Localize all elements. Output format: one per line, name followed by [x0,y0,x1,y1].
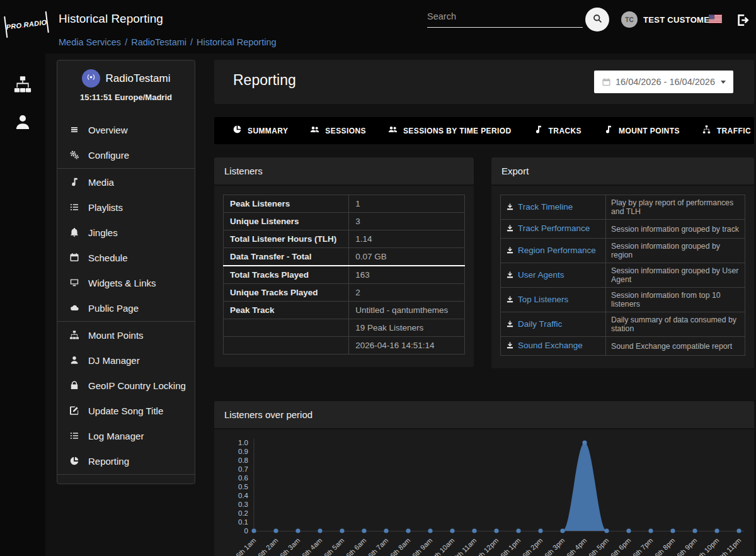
tab-mount-points[interactable]: MOUNT POINTS [604,125,680,137]
svg-text:16th 5pm: 16th 5pm [584,536,610,556]
sidebar-item-media[interactable]: Media [57,169,195,195]
svg-text:16th 7pm: 16th 7pm [628,536,654,556]
sidebar-item-playlists[interactable]: Playlists [57,195,195,220]
export-description: Session information grouped by region [606,239,745,263]
listeners-table: Peak Listeners1Unique Listeners3Total Li… [223,195,465,355]
tab-label: SESSIONS BY TIME PERIOD [403,127,512,135]
export-link-track-timeline[interactable]: Track Timeline [518,202,573,212]
pro-radio-logo[interactable]: PRO.RADIO [4,11,49,38]
date-range-value: 16/04/2026 - 16/04/2026 [616,77,715,87]
svg-text:16th 12pm: 16th 12pm [471,536,500,556]
svg-text:16th 11am: 16th 11am [450,536,478,556]
sitemap-icon [13,85,32,96]
svg-text:0.5: 0.5 [238,483,248,491]
export-link-region-performance[interactable]: Region Performance [518,246,596,255]
export-link-user-agents[interactable]: User Agents [518,270,564,280]
sidebar-item-overview[interactable]: Overview [57,117,195,142]
export-panel: Export Track TimelinePlay by play report… [491,157,754,368]
export-link-daily-traffic[interactable]: Daily Traffic [518,319,562,329]
lock-icon [69,380,79,391]
svg-text:16th 5am: 16th 5am [319,536,345,556]
tab-sessions-by-time-period[interactable]: SESSIONS BY TIME PERIOD [388,125,512,137]
listeners-table-row: Total Tracks Played163 [224,266,465,284]
user-avatar[interactable]: TC [621,11,638,28]
export-description: Session information grouped by User Agen… [606,263,745,288]
sidebar-item-label: Mount Points [88,330,144,341]
page-title: Historical Reporting [59,12,163,26]
svg-text:16th 10pm: 16th 10pm [692,536,720,556]
export-link-sound-exchange[interactable]: Sound Exchange [518,341,583,350]
breadcrumb-link[interactable]: Historical Reporting [197,37,277,47]
svg-text:16th 4pm: 16th 4pm [562,536,588,556]
stat-value: 19 Peak Listeners [349,319,465,337]
export-description: Daily summary of data consumed by statio… [606,312,745,337]
sidebar-item-label: Overview [88,125,128,135]
sidebar-item-jingles[interactable]: Jingles [57,220,195,245]
widgets-icon [69,278,79,288]
tab-traffic[interactable]: TRAFFIC [702,125,751,137]
svg-text:16th 1pm: 16th 1pm [496,536,522,556]
cloud-icon [69,303,79,314]
language-flag-us-icon[interactable] [709,14,722,23]
listeners-table-row: Peak Listeners1 [224,195,465,213]
svg-text:16th 9am: 16th 9am [408,536,433,556]
svg-text:16th 7am: 16th 7am [364,536,389,556]
sitemap-icon [69,330,79,341]
listeners-table-row: Peak TrackUntitled - qantumthemes [224,302,465,319]
export-panel-title: Export [491,157,754,186]
sidebar-item-label: Public Page [88,303,139,314]
breadcrumb-link[interactable]: RadioTestami [131,37,186,47]
listeners-panel-title: Listeners [214,157,474,186]
rail-account[interactable] [13,113,32,132]
download-icon [506,320,514,330]
sidebar-item-public-page[interactable]: Public Page [57,295,195,321]
export-link-top-listeners[interactable]: Top Listeners [518,295,568,304]
svg-text:16th 8pm: 16th 8pm [650,536,676,556]
tab-tracks[interactable]: TRACKS [534,125,581,137]
sidebar-item-configure[interactable]: Configure [57,142,195,167]
sidebar-item-label: Log Manager [88,431,144,441]
tab-label: TRAFFIC [717,127,751,135]
sidebar-item-schedule[interactable]: Schedule [57,245,195,270]
tab-sessions[interactable]: SESSIONS [310,125,366,137]
date-range-picker[interactable]: 16/04/2026 - 16/04/2026 [594,71,733,93]
export-description: Play by play report of performances and … [606,195,745,220]
tab-summary[interactable]: SUMMARY [232,125,288,137]
breadcrumb: Media Services/RadioTestami/Historical R… [59,37,277,47]
sidebar-item-dj-manager[interactable]: DJ Manager [57,348,195,373]
station-sidebar: RadioTestami 15:11:51 Europe/Madrid Over… [57,60,195,484]
report-tabs: SUMMARYSESSIONSSESSIONS BY TIME PERIODTR… [214,117,754,144]
stat-value: 1.14 [349,230,465,248]
sidebar-item-widgets-links[interactable]: Widgets & Links [57,270,195,295]
breadcrumb-separator: / [186,37,197,47]
gears-icon [69,150,79,161]
sidebar-item-log-manager[interactable]: Log Manager [57,423,195,448]
sidebar-item-update-song-title[interactable]: Update Song Title [57,398,195,423]
stat-value: 3 [349,213,465,230]
sidebar-item-geoip-country-locking[interactable]: GeoIP Country Locking [57,373,195,398]
search-input[interactable] [427,10,583,28]
svg-text:0.2: 0.2 [238,509,248,517]
station-header: RadioTestami 15:11:51 Europe/Madrid [57,60,195,102]
listeners-table-row: Data Transfer - Total0.07 GB [224,248,465,266]
menu-lines-icon [69,125,79,135]
logout-icon[interactable] [736,13,751,28]
sidebar-item-reporting[interactable]: Reporting [57,448,195,474]
breadcrumb-link[interactable]: Media Services [59,37,121,47]
listeners-over-period-panel: Listeners over period 00.10.20.30.40.50.… [214,401,754,556]
stat-value: 163 [349,266,465,284]
sidebar-item-mount-points[interactable]: Mount Points [57,322,195,348]
export-description: Session information from top 10 listener… [606,288,745,312]
stat-label: Unique Listeners [224,213,349,230]
svg-text:0.7: 0.7 [238,465,248,473]
svg-text:16th 10am: 16th 10am [427,536,455,556]
pie-icon [69,456,79,467]
search-button[interactable] [585,8,609,31]
listeners-table-row: 2026-04-16 14:51:14 [224,337,465,355]
logo-text: PRO.RADIO [6,18,47,31]
export-link-track-performance[interactable]: Track Performance [518,224,590,233]
user-name[interactable]: TEST CUSTOMER [643,15,716,25]
rail-media-services[interactable] [13,75,32,94]
listeners-table-row: Unique Tracks Played2 [224,284,465,302]
station-name: RadioTestami [106,72,171,85]
